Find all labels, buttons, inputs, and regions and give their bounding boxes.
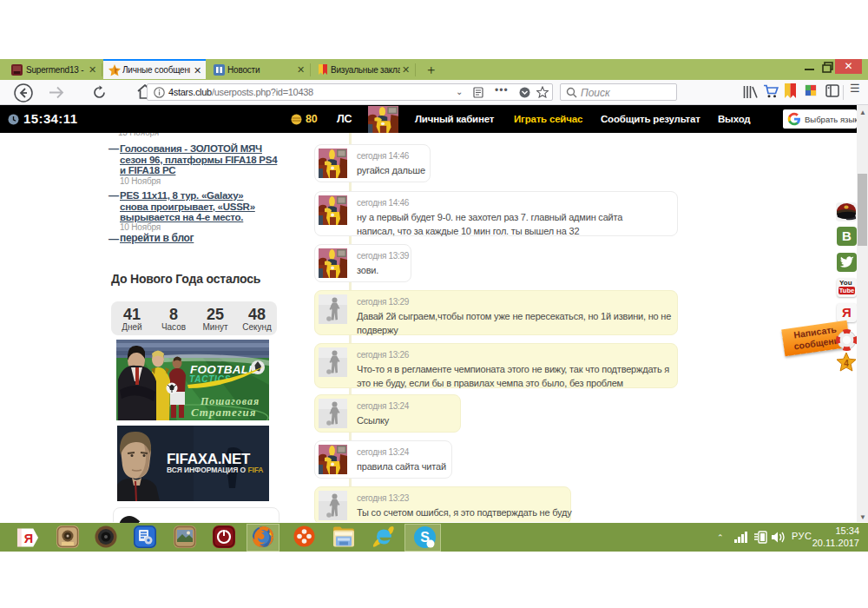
- svg-text:4: 4: [844, 359, 849, 368]
- svg-text:Я: Я: [24, 532, 33, 545]
- svg-text:Стратегия: Стратегия: [191, 406, 256, 419]
- svg-text:ВСЯ ИНФОРМАЦИЯ О FIFA: ВСЯ ИНФОРМАЦИЯ О FIFA: [167, 466, 263, 474]
